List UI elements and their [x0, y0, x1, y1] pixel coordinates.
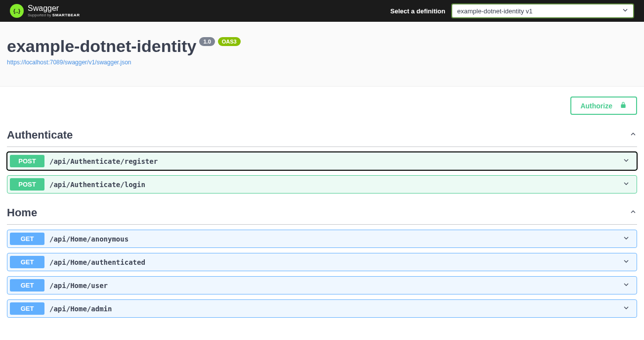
operation-path: /api/Home/admin: [49, 305, 112, 313]
svg-text:{..}: {..}: [13, 8, 20, 14]
swagger-logo-icon: {..}: [10, 4, 24, 18]
tag-header[interactable]: Home: [7, 202, 637, 225]
brand: {..} Swagger Supported by SMARTBEAR: [10, 4, 80, 18]
http-method-badge: GET: [10, 233, 44, 245]
definition-select-label: Select a definition: [390, 7, 445, 15]
chevron-up-icon: [629, 208, 637, 218]
definition-select-value: example-dotnet-identity v1: [457, 7, 532, 15]
operation-block[interactable]: GET /api/Home/anonymous: [7, 230, 637, 248]
tag-section: Home GET /api/Home/anonymous GET /api/Ho…: [7, 202, 637, 318]
brand-subtitle: Supported by SMARTBEAR: [28, 13, 80, 17]
operation-block[interactable]: POST /api/Authenticate/login: [7, 175, 637, 194]
authorize-button-label: Authorize: [580, 102, 612, 110]
spec-url-link[interactable]: https://localhost:7089/swagger/v1/swagge…: [7, 59, 131, 66]
operation-block[interactable]: GET /api/Home/authenticated: [7, 253, 637, 271]
operation-block[interactable]: GET /api/Home/user: [7, 276, 637, 294]
http-method-badge: GET: [10, 256, 44, 268]
chevron-down-icon: [622, 281, 634, 291]
tag-header[interactable]: Authenticate: [7, 125, 637, 147]
topbar-right: Select a definition example-dotnet-ident…: [390, 3, 634, 18]
tag-name: Authenticate: [7, 129, 73, 142]
tag-name: Home: [7, 206, 37, 219]
topbar: {..} Swagger Supported by SMARTBEAR Sele…: [0, 0, 644, 22]
oas-badge: OAS3: [218, 37, 241, 46]
operation-block[interactable]: GET /api/Home/admin: [7, 299, 637, 318]
version-badge: 1.0: [199, 37, 215, 46]
authorize-button[interactable]: Authorize: [570, 97, 637, 115]
operation-path: /api/Home/authenticated: [49, 258, 145, 266]
http-method-badge: POST: [10, 155, 44, 167]
operation-path: /api/Authenticate/register: [49, 157, 158, 165]
chevron-down-icon: [622, 234, 634, 244]
lock-icon: [619, 101, 627, 110]
chevron-down-icon: [621, 6, 629, 16]
brand-name: Swagger: [28, 4, 80, 12]
http-method-badge: POST: [10, 178, 44, 191]
http-method-badge: GET: [10, 279, 44, 291]
info-section: example-dotnet-identity 1.0 OAS3 https:/…: [0, 22, 644, 87]
operation-path: /api/Home/user: [49, 282, 108, 290]
api-title: example-dotnet-identity: [7, 37, 196, 56]
chevron-up-icon: [629, 130, 637, 140]
tag-section: Authenticate POST /api/Authenticate/regi…: [7, 125, 637, 194]
operations-content: Authorize Authenticate POST /api/Authent…: [0, 87, 644, 340]
chevron-down-icon: [622, 257, 634, 267]
definition-select[interactable]: example-dotnet-identity v1: [451, 3, 634, 18]
operation-block[interactable]: POST /api/Authenticate/register: [7, 152, 637, 170]
chevron-down-icon: [622, 304, 634, 314]
operation-path: /api/Authenticate/login: [49, 181, 145, 189]
operation-path: /api/Home/anonymous: [49, 235, 129, 243]
brand-text: Swagger Supported by SMARTBEAR: [28, 4, 80, 17]
chevron-down-icon: [622, 156, 634, 166]
chevron-down-icon: [622, 180, 634, 190]
http-method-badge: GET: [10, 302, 44, 315]
